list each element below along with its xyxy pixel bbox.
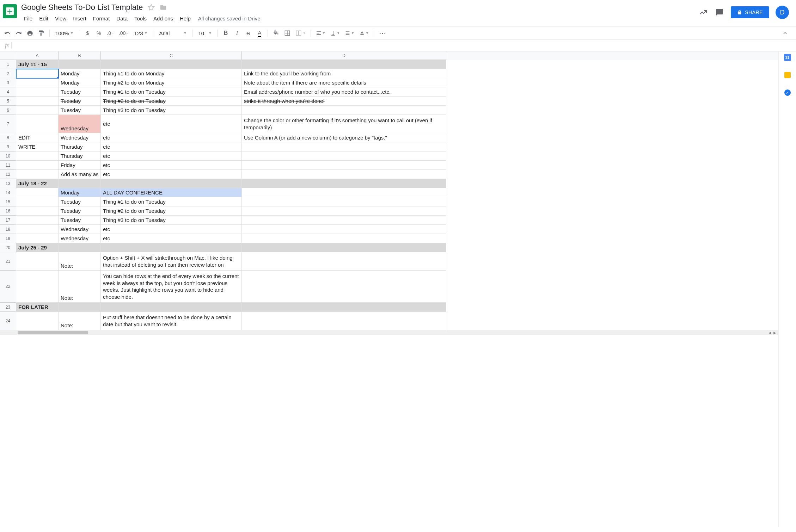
cell-A20[interactable]: July 25 - 29 xyxy=(16,243,59,252)
row-header[interactable]: 10 xyxy=(0,151,16,161)
more-formats-button[interactable]: 123▼ xyxy=(132,30,149,36)
cell-C23[interactable] xyxy=(101,303,242,312)
row-header[interactable]: 12 xyxy=(0,170,16,179)
cell-B11[interactable]: Friday xyxy=(59,161,101,170)
cell-A10[interactable] xyxy=(16,151,59,161)
cell-C16[interactable]: Thing #2 to do on Tuesday xyxy=(101,206,242,216)
cell-C6[interactable]: Thing #3 to do on Tuesday xyxy=(101,106,242,115)
more-options-button[interactable]: ⋯ xyxy=(378,28,388,38)
save-status[interactable]: All changes saved in Drive xyxy=(198,16,261,21)
vertical-align-button[interactable]: ▼ xyxy=(329,28,341,38)
row-header[interactable]: 7 xyxy=(0,115,16,133)
row-header[interactable]: 9 xyxy=(0,142,16,151)
cell-B7[interactable]: Wednesday xyxy=(59,115,101,133)
cell-B22[interactable]: Note: xyxy=(59,271,101,303)
italic-button[interactable]: I xyxy=(232,28,241,38)
cell-B9[interactable]: Thursday xyxy=(59,142,101,151)
cell-B19[interactable]: Wednesday xyxy=(59,234,101,243)
cell-D8[interactable]: Use Column A (or add a new column) to ca… xyxy=(242,133,446,142)
row-header[interactable]: 1 xyxy=(0,60,16,69)
cell-B17[interactable]: Tuesday xyxy=(59,216,101,225)
cell-C14[interactable]: ALL DAY CONFERENCE xyxy=(101,188,242,197)
row-header[interactable]: 13 xyxy=(0,179,16,188)
cell-D19[interactable] xyxy=(242,234,446,243)
cell-D15[interactable] xyxy=(242,197,446,206)
row-header[interactable]: 24 xyxy=(0,312,16,330)
cell-D20[interactable] xyxy=(242,243,446,252)
doc-title[interactable]: Google Sheets To-Do List Template xyxy=(21,3,143,12)
cell-B20[interactable] xyxy=(59,243,101,252)
cell-A8[interactable]: EDIT xyxy=(16,133,59,142)
cell-C17[interactable]: Thing #3 to do on Tuesday xyxy=(101,216,242,225)
cell-D9[interactable] xyxy=(242,142,446,151)
paint-format-button[interactable] xyxy=(37,28,46,38)
cell-A12[interactable] xyxy=(16,170,59,179)
row-header[interactable]: 20 xyxy=(0,243,16,252)
menu-data[interactable]: Data xyxy=(114,14,130,23)
borders-button[interactable] xyxy=(283,28,292,38)
row-header[interactable]: 16 xyxy=(0,206,16,216)
cell-C7[interactable]: etc xyxy=(101,115,242,133)
format-currency-button[interactable]: $ xyxy=(83,28,92,38)
cell-C12[interactable]: etc xyxy=(101,170,242,179)
cell-B21[interactable]: Note: xyxy=(59,252,101,271)
keep-addon-icon[interactable] xyxy=(784,71,791,79)
cell-D2[interactable]: Link to the doc you'll be working from xyxy=(242,69,446,78)
cell-D4[interactable]: Email address/phone number of who you ne… xyxy=(242,87,446,97)
cell-B23[interactable] xyxy=(59,303,101,312)
decrease-decimal-button[interactable]: .0← xyxy=(105,28,115,38)
cell-C8[interactable]: etc xyxy=(101,133,242,142)
cell-B24[interactable]: Note: xyxy=(59,312,101,330)
row-header[interactable]: 22 xyxy=(0,271,16,303)
collapse-toolbar-button[interactable] xyxy=(780,28,790,38)
font-selector[interactable]: Arial▼ xyxy=(157,30,189,36)
cell-D18[interactable] xyxy=(242,225,446,234)
cell-A3[interactable] xyxy=(16,78,59,87)
cell-A5[interactable] xyxy=(16,97,59,106)
comment-icon[interactable] xyxy=(715,7,724,17)
explore-icon[interactable] xyxy=(698,7,708,17)
strikethrough-button[interactable]: S xyxy=(244,28,253,38)
col-header-A[interactable]: A xyxy=(16,51,59,60)
menu-file[interactable]: File xyxy=(21,14,35,23)
cell-D10[interactable] xyxy=(242,151,446,161)
cell-B13[interactable] xyxy=(59,179,101,188)
cell-A13[interactable]: July 18 - 22 xyxy=(16,179,59,188)
print-button[interactable] xyxy=(25,28,35,38)
cell-A16[interactable] xyxy=(16,206,59,216)
cell-A21[interactable] xyxy=(16,252,59,271)
row-header[interactable]: 2 xyxy=(0,69,16,78)
cell-B12[interactable]: Add as many as xyxy=(59,170,101,179)
cell-D6[interactable] xyxy=(242,106,446,115)
cell-A24[interactable] xyxy=(16,312,59,330)
cell-A1[interactable]: July 11 - 15 xyxy=(16,60,59,69)
cell-D7[interactable]: Change the color or other formatting if … xyxy=(242,115,446,133)
cell-B6[interactable]: Tuesday xyxy=(59,106,101,115)
cell-D22[interactable] xyxy=(242,271,446,303)
cell-A19[interactable] xyxy=(16,234,59,243)
cell-A7[interactable] xyxy=(16,115,59,133)
cell-C3[interactable]: Thing #2 to do on Monday xyxy=(101,78,242,87)
row-header[interactable]: 14 xyxy=(0,188,16,197)
font-size-selector[interactable]: 10▼ xyxy=(196,30,214,36)
cell-D1[interactable] xyxy=(242,60,446,69)
cell-C11[interactable]: etc xyxy=(101,161,242,170)
cell-D13[interactable] xyxy=(242,179,446,188)
cell-B10[interactable]: Thursday xyxy=(59,151,101,161)
cell-D3[interactable]: Note about the item if there are more sp… xyxy=(242,78,446,87)
menu-addons[interactable]: Add-ons xyxy=(151,14,176,23)
cell-C20[interactable] xyxy=(101,243,242,252)
star-icon[interactable] xyxy=(148,4,155,11)
formula-input[interactable] xyxy=(14,41,793,50)
format-percent-button[interactable]: % xyxy=(94,28,103,38)
menu-format[interactable]: Format xyxy=(90,14,113,23)
cell-A4[interactable] xyxy=(16,87,59,97)
horizontal-scrollbar[interactable]: ◀▶ xyxy=(0,330,778,335)
cell-C15[interactable]: Thing #1 to do on Tuesday xyxy=(101,197,242,206)
calendar-addon-icon[interactable]: 31 xyxy=(784,54,791,61)
menu-view[interactable]: View xyxy=(52,14,69,23)
row-header[interactable]: 3 xyxy=(0,78,16,87)
row-header[interactable]: 21 xyxy=(0,252,16,271)
col-header-C[interactable]: C xyxy=(101,51,242,60)
cell-C2[interactable]: Thing #1 to do on Monday xyxy=(101,69,242,78)
